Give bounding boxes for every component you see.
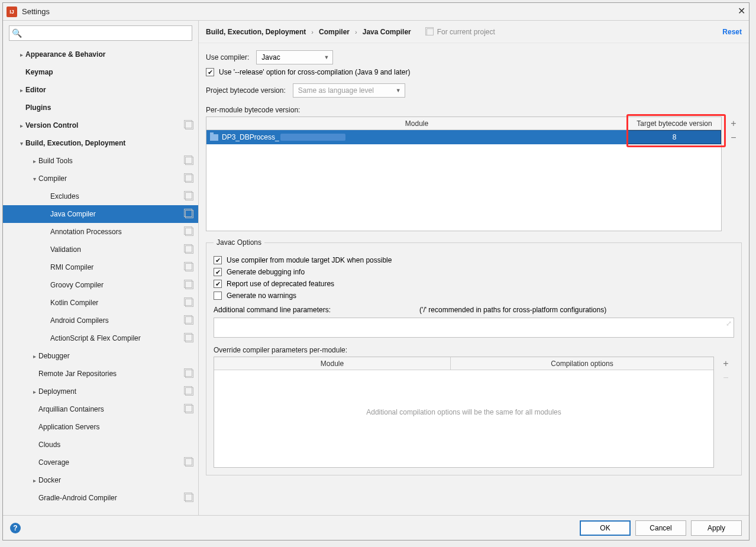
opt1-checkbox[interactable] xyxy=(214,256,222,264)
table-row[interactable]: DP3_DBProcess_ 8 xyxy=(206,130,721,144)
add-row-button[interactable]: + xyxy=(725,116,742,131)
tree-item-label: Gradle-Android Compiler xyxy=(38,494,185,502)
override-empty-hint: Additional compilation options will be t… xyxy=(214,370,713,416)
project-scope-icon xyxy=(185,281,193,289)
add-override-button[interactable]: + xyxy=(718,357,734,371)
apply-button[interactable]: Apply xyxy=(691,520,742,536)
tree-item-application-servers[interactable]: Application Servers xyxy=(3,418,198,436)
app-icon: IJ xyxy=(7,7,17,17)
tree-item-android-compilers[interactable]: Android Compilers xyxy=(3,312,198,329)
tree-item-label: Annotation Processors xyxy=(50,228,185,236)
use-compiler-select[interactable]: Javac ▼ xyxy=(256,50,333,64)
override-table: Module Compilation options Additional co… xyxy=(214,357,714,468)
project-scope-icon xyxy=(185,210,193,218)
help-icon[interactable]: ? xyxy=(10,523,21,533)
tree-item-arquillian-containers[interactable]: Arquillian Containers xyxy=(3,400,198,418)
javac-legend: Javac Options xyxy=(214,238,264,247)
search-box: 🔍 xyxy=(9,25,192,41)
settings-window: IJ Settings ✕ 🔍 ▸Appearance & BehaviorKe… xyxy=(2,2,749,540)
chevron-right-icon[interactable]: ▸ xyxy=(30,477,38,484)
tree-item-label: Excludes xyxy=(50,192,185,200)
ok-button[interactable]: OK xyxy=(580,520,631,536)
project-scope-icon xyxy=(185,405,193,413)
search-input[interactable] xyxy=(9,25,192,41)
chevron-right-icon[interactable]: ▸ xyxy=(17,51,25,58)
project-scope-icon xyxy=(185,228,193,236)
project-scope-icon xyxy=(185,370,193,378)
tree-item-version-control[interactable]: ▸Version Control xyxy=(3,116,198,134)
tree-item-label: Plugins xyxy=(25,103,193,112)
tree-item-build-tools[interactable]: ▸Build Tools xyxy=(3,152,198,170)
opt4-checkbox[interactable] xyxy=(214,292,222,300)
chevron-down-icon[interactable]: ▾ xyxy=(30,176,38,182)
remove-override-button[interactable]: − xyxy=(718,371,734,385)
tree-item-kotlin-compiler[interactable]: Kotlin Compiler xyxy=(3,294,198,312)
project-scope-icon xyxy=(185,121,193,130)
col-module2[interactable]: Module xyxy=(214,357,451,370)
close-icon[interactable]: ✕ xyxy=(737,8,745,16)
add-params-label: Additional command line parameters: xyxy=(214,306,331,314)
tree-item-groovy-compiler[interactable]: Groovy Compiler xyxy=(3,276,198,294)
project-bytecode-label: Project bytecode version: xyxy=(206,86,286,95)
project-bytecode-select[interactable]: Same as language level ▼ xyxy=(293,83,405,98)
tree-item-validation[interactable]: Validation xyxy=(3,241,198,258)
release-option-row[interactable]: Use '--release' option for cross-compila… xyxy=(206,68,742,76)
chevron-right-icon[interactable]: ▸ xyxy=(30,353,38,360)
opt3-row[interactable]: Report use of deprecated features xyxy=(214,280,734,288)
chevron-down-icon[interactable]: ▾ xyxy=(17,140,25,147)
tree-item-label: Deployment xyxy=(38,387,185,396)
tree-item-actionscript-flex-compiler[interactable]: ActionScript & Flex Compiler xyxy=(3,329,198,347)
crumb-2[interactable]: Compiler xyxy=(319,28,350,36)
col-opts[interactable]: Compilation options xyxy=(451,357,713,370)
project-scope-icon xyxy=(185,157,193,165)
chevron-down-icon: ▼ xyxy=(324,54,329,60)
tree-item-label: Coverage xyxy=(38,458,185,467)
tree-item-annotation-processors[interactable]: Annotation Processors xyxy=(3,223,198,241)
tree-item-label: Remote Jar Repositories xyxy=(38,370,185,378)
cancel-button[interactable]: Cancel xyxy=(635,520,686,536)
opt3-checkbox[interactable] xyxy=(214,280,222,288)
opt2-row[interactable]: Generate debugging info xyxy=(214,268,734,276)
tree-item-remote-jar-repositories[interactable]: Remote Jar Repositories xyxy=(3,365,198,383)
chevron-right-icon[interactable]: ▸ xyxy=(17,87,25,93)
reset-link[interactable]: Reset xyxy=(722,28,742,36)
tree-item-gradle-android-compiler[interactable]: Gradle-Android Compiler xyxy=(3,489,198,507)
col-module[interactable]: Module xyxy=(206,117,628,130)
remove-row-button[interactable]: − xyxy=(725,131,742,145)
tree-item-editor[interactable]: ▸Editor xyxy=(3,81,198,99)
tree-item-build-execution-deployment[interactable]: ▾Build, Execution, Deployment xyxy=(3,134,198,152)
add-params-input[interactable]: ⤢ xyxy=(214,318,734,338)
project-scope-icon xyxy=(185,334,193,342)
folder-icon xyxy=(210,134,218,141)
tree-item-rmi-compiler[interactable]: RMI Compiler xyxy=(3,258,198,276)
tree-item-coverage[interactable]: Coverage xyxy=(3,454,198,471)
tree-item-docker[interactable]: ▸Docker xyxy=(3,471,198,489)
tree-item-compiler[interactable]: ▾Compiler xyxy=(3,170,198,187)
tree-item-label: Application Servers xyxy=(38,423,193,431)
opt2-checkbox[interactable] xyxy=(214,268,222,276)
tree-item-java-compiler[interactable]: Java Compiler xyxy=(3,205,198,223)
scope-indicator: For current project xyxy=(427,28,495,36)
project-scope-icon xyxy=(185,174,193,183)
chevron-right-icon[interactable]: ▸ xyxy=(17,122,25,129)
release-label: Use '--release' option for cross-compila… xyxy=(219,68,410,76)
crumb-1[interactable]: Build, Execution, Deployment xyxy=(206,28,306,36)
tree-item-label: Java Compiler xyxy=(50,210,185,218)
opt1-row[interactable]: Use compiler from module target JDK when… xyxy=(214,256,734,264)
chevron-right-icon[interactable]: ▸ xyxy=(30,389,38,395)
tree-item-excludes[interactable]: Excludes xyxy=(3,187,198,205)
tree-item-keymap[interactable]: Keymap xyxy=(3,63,198,81)
tree-item-label: Docker xyxy=(38,476,193,484)
project-scope-icon xyxy=(185,192,193,200)
release-checkbox[interactable] xyxy=(206,68,214,76)
chevron-right-icon[interactable]: ▸ xyxy=(30,158,38,164)
tree-item-deployment[interactable]: ▸Deployment xyxy=(3,383,198,400)
opt4-row[interactable]: Generate no warnings xyxy=(214,292,734,300)
tree-item-plugins[interactable]: Plugins xyxy=(3,99,198,116)
tree-item-debugger[interactable]: ▸Debugger xyxy=(3,347,198,365)
tree-item-appearance-behavior[interactable]: ▸Appearance & Behavior xyxy=(3,46,198,63)
col-target[interactable]: Target bytecode version xyxy=(628,117,721,130)
tree-item-clouds[interactable]: Clouds xyxy=(3,436,198,454)
project-scope-icon xyxy=(185,387,193,396)
expand-icon[interactable]: ⤢ xyxy=(726,319,732,328)
